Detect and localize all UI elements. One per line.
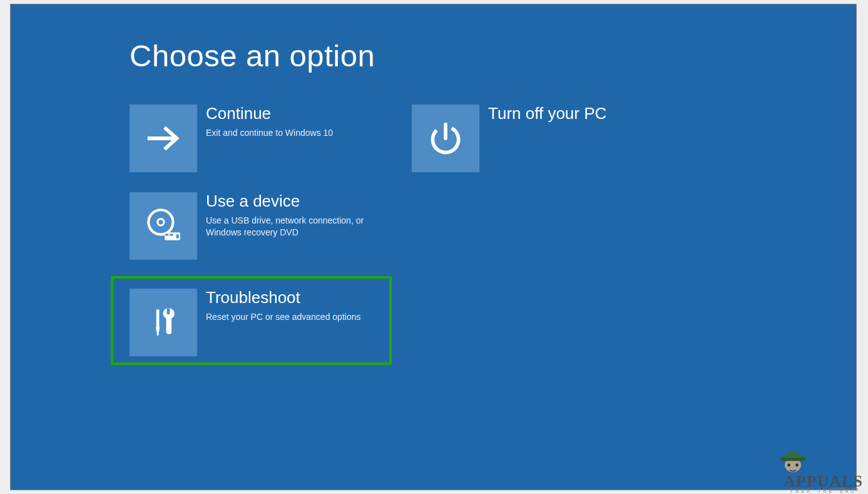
- recovery-screen: Choose an option Continue Exit and conti…: [10, 4, 857, 490]
- page-title: Choose an option: [130, 38, 856, 73]
- arrow-right-icon: [130, 105, 197, 172]
- tile-title: Use a device: [206, 192, 369, 211]
- options-column-right: Turn off your PC: [412, 105, 674, 365]
- disc-usb-icon: [130, 192, 197, 260]
- tile-desc: Exit and continue to Windows 10: [206, 127, 333, 140]
- continue-tile[interactable]: Continue Exit and continue to Windows 10: [130, 105, 392, 172]
- troubleshoot-text: Troubleshoot Reset your PC or see advanc…: [206, 289, 360, 323]
- tile-title: Turn off your PC: [488, 105, 606, 123]
- turn-off-tile[interactable]: Turn off your PC: [412, 105, 674, 172]
- tile-title: Continue: [206, 105, 333, 123]
- svg-marker-8: [156, 327, 160, 333]
- troubleshoot-tile[interactable]: Troubleshoot Reset your PC or see advanc…: [111, 276, 392, 365]
- svg-rect-6: [176, 234, 179, 238]
- use-device-tile[interactable]: Use a device Use a USB drive, network co…: [130, 192, 392, 260]
- use-device-text: Use a device Use a USB drive, network co…: [206, 192, 369, 239]
- mascot-icon: [777, 443, 809, 475]
- options-column-left: Continue Exit and continue to Windows 10: [130, 105, 392, 365]
- svg-rect-14: [781, 458, 805, 461]
- svg-rect-4: [165, 234, 168, 235]
- svg-rect-5: [170, 234, 173, 235]
- svg-point-1: [148, 210, 173, 234]
- watermark-url: wsxdn.com: [831, 486, 858, 492]
- tile-desc: Use a USB drive, network connection, or …: [206, 215, 369, 239]
- options-grid: Continue Exit and continue to Windows 10: [130, 105, 674, 365]
- svg-rect-9: [157, 333, 159, 336]
- tools-icon: [130, 289, 197, 356]
- power-icon: [412, 105, 479, 172]
- svg-rect-10: [167, 309, 170, 314]
- turn-off-text: Turn off your PC: [488, 105, 606, 127]
- tile-desc: Reset your PC or see advanced options: [206, 311, 360, 324]
- svg-point-2: [158, 219, 164, 225]
- svg-point-16: [795, 463, 799, 466]
- tile-title: Troubleshoot: [206, 289, 360, 307]
- svg-point-15: [787, 463, 790, 466]
- svg-rect-7: [156, 309, 160, 327]
- continue-text: Continue Exit and continue to Windows 10: [206, 105, 333, 139]
